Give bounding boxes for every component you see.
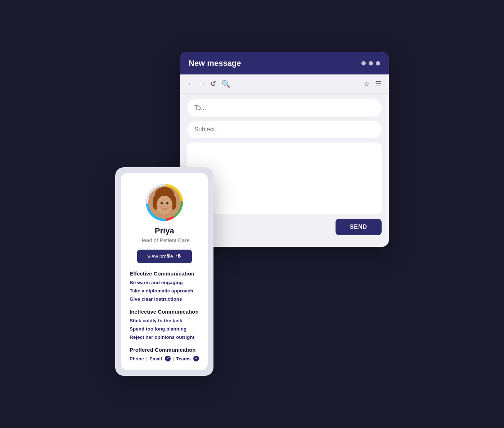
svg-point-7 bbox=[158, 206, 162, 208]
preferred-channels: Phone | Email ✓ | Teams ✓ bbox=[130, 356, 199, 361]
profile-name: Priya bbox=[130, 226, 199, 236]
profile-card-bg: Priya Head of Patient Care View profile … bbox=[115, 167, 213, 376]
send-btn-row: SEND bbox=[187, 219, 382, 238]
channel-email: Email bbox=[149, 356, 162, 361]
email-verified-icon: ✓ bbox=[165, 356, 171, 361]
profile-card: Priya Head of Patient Care View profile … bbox=[121, 173, 208, 370]
channel-teams: Teams bbox=[176, 356, 190, 361]
email-toolbar: ← → ↺ 🔍 ☆ ☰ bbox=[180, 74, 389, 94]
eye-icon: 👁 bbox=[176, 253, 182, 260]
view-profile-button[interactable]: View profile 👁 bbox=[137, 250, 192, 263]
avatar bbox=[148, 186, 181, 219]
profile-title: Head of Patient Care bbox=[130, 237, 199, 243]
send-button[interactable]: SEND bbox=[336, 219, 382, 235]
dot-1 bbox=[361, 61, 366, 65]
list-item: Take a diplomatic approach bbox=[130, 287, 199, 295]
to-field[interactable] bbox=[187, 99, 382, 117]
email-window-title: New message bbox=[189, 59, 241, 68]
effective-comm-items: Be warm and engaging Take a diplomatic a… bbox=[130, 279, 199, 304]
avatar-wrapper bbox=[147, 185, 183, 220]
dot-3 bbox=[376, 61, 380, 65]
bookmark-icon[interactable]: ☆ bbox=[364, 79, 370, 88]
ineffective-comm-heading: Ineffective Communication bbox=[130, 309, 199, 315]
dot-2 bbox=[369, 61, 373, 65]
ineffective-comm-items: Stick coldly to the task Spend too long … bbox=[130, 317, 199, 342]
channel-phone: Phone bbox=[130, 356, 144, 361]
svg-point-9 bbox=[163, 205, 165, 206]
forward-button[interactable]: → bbox=[199, 80, 205, 88]
avatar-face-svg bbox=[148, 186, 181, 219]
back-button[interactable]: ← bbox=[187, 80, 194, 88]
titlebar-dots bbox=[361, 61, 380, 65]
email-titlebar: New message bbox=[180, 52, 389, 74]
list-item: Reject her opinions outright bbox=[130, 333, 199, 342]
menu-icon[interactable]: ☰ bbox=[375, 79, 382, 88]
compose-area[interactable] bbox=[187, 142, 382, 214]
svg-point-6 bbox=[166, 202, 168, 205]
subject-field[interactable] bbox=[187, 121, 382, 138]
profile-card-wrapper: Priya Head of Patient Care View profile … bbox=[115, 167, 213, 376]
svg-point-5 bbox=[161, 202, 163, 205]
view-profile-label: View profile bbox=[147, 254, 173, 259]
refresh-button[interactable]: ↺ bbox=[210, 79, 216, 88]
svg-point-8 bbox=[167, 206, 171, 208]
list-item: Spend too long planning bbox=[130, 325, 199, 333]
preferred-comm-heading: Preffered Communication bbox=[130, 347, 199, 353]
effective-comm-heading: Effective Communication bbox=[130, 270, 199, 277]
search-icon[interactable]: 🔍 bbox=[221, 79, 230, 88]
list-item: Stick coldly to the task bbox=[130, 317, 199, 325]
separator-1: | bbox=[146, 356, 147, 361]
teams-verified-icon: ✓ bbox=[193, 356, 199, 361]
list-item: Be warm and engaging bbox=[130, 279, 199, 287]
separator-2: | bbox=[173, 356, 174, 361]
list-item: Give clear instructions bbox=[130, 295, 199, 304]
